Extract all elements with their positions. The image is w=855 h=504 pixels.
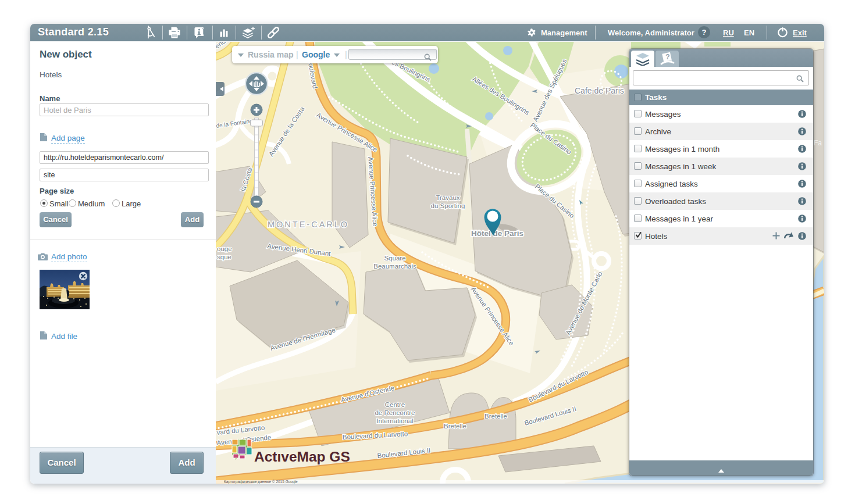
svg-text:International: International bbox=[376, 417, 413, 424]
svg-text:Beaumarchais: Beaumarchais bbox=[373, 263, 416, 270]
svg-text:sque: sque bbox=[217, 253, 231, 260]
svg-text:de Rencontre: de Rencontre bbox=[375, 409, 415, 416]
svg-text:Картографические данные © 2015: Картографические данные © 2015 Google bbox=[224, 480, 298, 484]
svg-text:Centre: Centre bbox=[385, 401, 405, 408]
svg-text:Bretelle: Bretelle bbox=[484, 413, 507, 420]
svg-text:du Sporting: du Sporting bbox=[431, 202, 465, 209]
svg-text:Hôtel de Paris: Hôtel de Paris bbox=[471, 229, 523, 238]
svg-text:Fa: Fa bbox=[814, 139, 822, 147]
svg-text:Cafe de Paris: Cafe de Paris bbox=[575, 86, 624, 95]
svg-text:Bretelle: Bretelle bbox=[444, 423, 466, 430]
svg-text:ActıveMap GS: ActıveMap GS bbox=[254, 449, 350, 464]
svg-text:?: ? bbox=[665, 53, 669, 61]
svg-text:Travaux: Travaux bbox=[436, 194, 459, 201]
svg-text:ouge: ouge bbox=[217, 245, 232, 252]
svg-text:Square: Square bbox=[384, 255, 405, 262]
svg-text:MONTE-CARLO: MONTE-CARLO bbox=[268, 220, 349, 229]
